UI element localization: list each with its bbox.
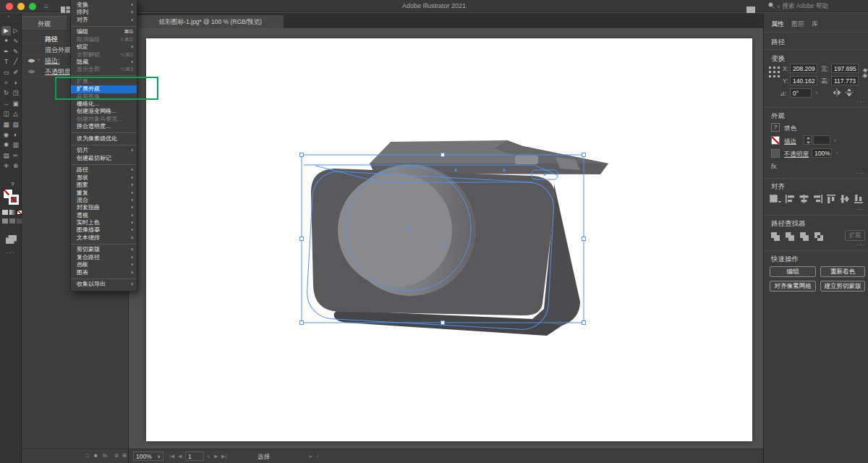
panel-toggle-icon[interactable] — [746, 3, 755, 16]
stroke-weight-stepper[interactable] — [804, 135, 812, 145]
rotate-tool[interactable]: ↻ — [1, 88, 11, 98]
opacity-swatch[interactable] — [771, 149, 780, 158]
menu-item-compound-path[interactable]: 复合路径› — [71, 254, 137, 261]
menu-item-ungroup[interactable]: 取消编组⇧⌘G — [71, 36, 137, 43]
visibility-eye-icon[interactable] — [27, 58, 35, 65]
column-graph-tool[interactable]: ▥ — [11, 140, 20, 150]
blend-tool[interactable]: ◐ — [11, 130, 20, 140]
curvature-tool[interactable]: ✎ — [11, 47, 20, 56]
rotation-field[interactable]: 0° — [790, 88, 812, 98]
zoom-level-dropdown[interactable]: 100% ∨ — [133, 451, 163, 461]
menu-item-create-trim-marks[interactable]: 创建裁切标记 — [71, 155, 137, 162]
previous-artboard-icon[interactable]: ◀ — [178, 454, 182, 459]
quick-action-recolor-button[interactable]: 重新着色 — [820, 266, 865, 277]
new-fill-icon[interactable]: ■ — [94, 452, 98, 459]
canvas-area[interactable] — [129, 28, 763, 449]
align-horizontal-center-icon[interactable] — [799, 195, 809, 205]
artboard-number-field[interactable]: 1 — [185, 451, 204, 461]
tab-properties[interactable]: 属性 — [771, 20, 784, 29]
exclude-icon[interactable] — [814, 232, 824, 243]
quick-action-align-pixel-grid-button[interactable]: 对齐像素网格 — [770, 281, 816, 292]
menu-item-collect-for-export[interactable]: 收集以导出› — [71, 281, 137, 288]
line-segment-tool[interactable]: ╱ — [11, 57, 20, 67]
align-bottom-icon[interactable] — [854, 195, 864, 205]
width-field[interactable]: 197.695 — [831, 64, 859, 73]
color-mode-button[interactable] — [2, 210, 8, 215]
stroke-color-swatch[interactable] — [9, 195, 19, 205]
y-field[interactable]: 140.162 — [790, 76, 817, 85]
menu-item-shape[interactable]: 形状› — [71, 174, 137, 182]
new-stroke-icon[interactable]: □ — [85, 452, 89, 459]
menu-item-pattern[interactable]: 图案› — [71, 182, 137, 189]
fill-label[interactable]: 填色 — [784, 124, 796, 133]
menu-item-flatten-transparency[interactable]: 拼合透明度... — [71, 123, 137, 130]
edit-toolbar-button[interactable]: ··· — [6, 249, 14, 256]
align-to-selection-icon[interactable] — [770, 195, 781, 205]
direct-selection-tool[interactable]: ▷ — [11, 26, 20, 35]
toolbar-grip[interactable]: ⌃ — [7, 15, 11, 21]
menu-item-group[interactable]: 编组⌘G — [71, 28, 137, 35]
row-label[interactable]: 不透明度 — [45, 67, 71, 77]
flip-vertical-icon[interactable] — [845, 88, 854, 98]
menu-item-create-gradient-mesh[interactable]: 创建渐变网格... — [71, 108, 137, 115]
document-tab[interactable]: 炫彩图标-1.jpg* @ 100 % (RGB/预览) — [137, 15, 284, 28]
stroke-weight-field[interactable] — [813, 135, 830, 145]
flip-horizontal-icon[interactable] — [833, 88, 841, 98]
chevron-down-icon[interactable]: ∨ — [207, 454, 210, 459]
menu-item-clipping-mask[interactable]: 剪切蒙版› — [71, 246, 137, 253]
eyedropper-tool[interactable]: ◉ — [1, 130, 11, 140]
quick-action-make-clipping-mask-button[interactable]: 建立剪切蒙版 — [820, 281, 865, 292]
status-collapse-icon[interactable]: ‹ — [317, 454, 318, 459]
shaper-tool[interactable]: ✧ — [1, 78, 11, 88]
menu-item-arrange[interactable]: 排列› — [71, 9, 137, 16]
artboard-tool[interactable]: ▤ — [1, 151, 11, 161]
x-field[interactable]: 208.209 — [790, 64, 817, 73]
row-label[interactable]: 描边: — [45, 56, 60, 66]
align-top-icon[interactable] — [827, 195, 836, 205]
last-artboard-icon[interactable]: ▶| — [221, 454, 226, 459]
menu-item-image-trace[interactable]: 图像描摹› — [71, 226, 137, 234]
chevron-down-icon[interactable]: ∨ — [815, 90, 818, 95]
scale-tool[interactable]: ◳ — [11, 88, 20, 98]
minus-front-icon[interactable] — [786, 232, 795, 243]
paintbrush-tool[interactable]: ✐ — [11, 68, 20, 77]
constrain-proportions-broken-link-icon[interactable] — [861, 67, 868, 80]
chevron-down-icon[interactable]: ∨ — [833, 137, 836, 143]
align-more-options[interactable]: ··· — [856, 205, 865, 213]
clear-appearance-icon[interactable]: ⊘ — [114, 452, 119, 459]
menu-item-transform[interactable]: 变换› — [71, 1, 137, 9]
quick-action-group-button[interactable]: 编组 — [770, 266, 816, 277]
selection-tool[interactable]: ▶ — [1, 26, 11, 35]
draw-behind-button[interactable] — [9, 218, 15, 224]
menu-item-blend[interactable]: 混合› — [71, 197, 137, 204]
gradient-mode-button[interactable] — [9, 210, 15, 215]
hand-tool[interactable]: ✛ — [1, 161, 11, 171]
opacity-label[interactable]: 不透明度 — [784, 150, 809, 159]
opacity-options-arrow-icon[interactable]: › — [836, 150, 838, 156]
visibility-eye-icon[interactable] — [27, 69, 35, 76]
type-tool[interactable]: T — [1, 57, 11, 67]
menu-item-align[interactable]: 对齐› — [71, 17, 137, 24]
gradient-tool[interactable]: ▧ — [11, 120, 20, 129]
shape-builder-tool[interactable]: ◫ — [1, 109, 11, 119]
status-expand-icon[interactable]: ▸ — [310, 454, 312, 459]
menu-item-hide[interactable]: 隐藏› — [71, 59, 137, 66]
duplicate-item-icon[interactable]: ⊞ — [122, 452, 127, 459]
menu-item-show-all[interactable]: 显示全部⌥⌘3 — [71, 66, 137, 73]
menu-item-rasterize[interactable]: 栅格化... — [71, 101, 137, 108]
camera-artwork[interactable] — [129, 28, 763, 449]
transform-more-options[interactable]: ··· — [856, 98, 865, 105]
slice-tool[interactable]: ✂ — [11, 151, 20, 161]
fill-swatch-unknown[interactable]: ? — [771, 123, 780, 132]
lasso-tool[interactable]: ∿ — [11, 36, 20, 46]
mesh-tool[interactable]: ▦ — [1, 120, 11, 129]
rectangle-tool[interactable]: ▭ — [1, 68, 11, 77]
menu-item-graph[interactable]: 图表› — [71, 269, 137, 276]
menu-item-envelope-distort[interactable]: 封套扭曲› — [71, 204, 137, 211]
first-artboard-icon[interactable]: |◀ — [169, 454, 174, 459]
screen-mode-icon[interactable] — [6, 234, 17, 247]
menu-item-create-object-mosaic[interactable]: 创建对象马赛克... — [71, 116, 137, 123]
opacity-field[interactable]: 100% — [812, 148, 832, 158]
stroke-label[interactable]: 描边 — [784, 137, 796, 146]
menu-item-path[interactable]: 路径› — [71, 166, 137, 174]
